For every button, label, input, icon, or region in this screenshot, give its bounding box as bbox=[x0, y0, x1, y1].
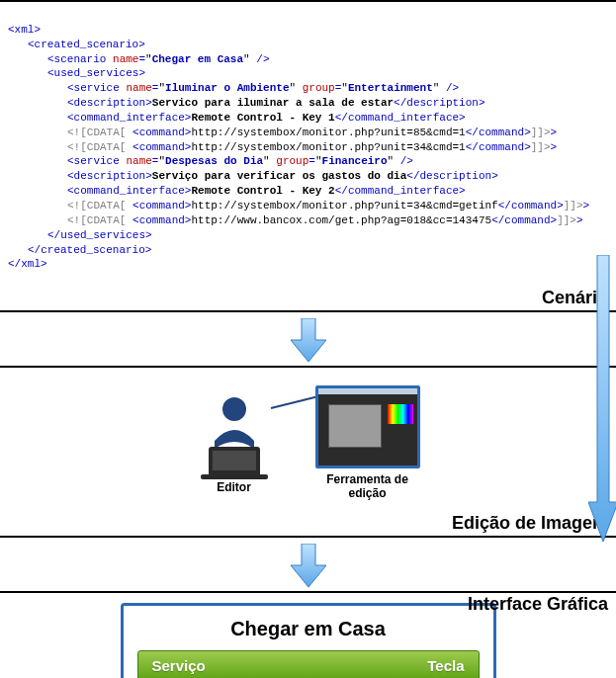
gui-title: Chegar em Casa bbox=[137, 618, 480, 640]
tool-figure: Ferramenta de edição bbox=[313, 385, 422, 500]
flow-arrow-cenario-to-interface bbox=[588, 255, 616, 542]
section-cenario: <xml> <created_scenario> <scenario name=… bbox=[0, 0, 616, 312]
xml-created-open: <created_scenario> bbox=[28, 39, 145, 50]
label-edicao: Edição de Imagem bbox=[452, 514, 608, 534]
diagram-wrapper: <xml> <created_scenario> <scenario name=… bbox=[0, 0, 616, 678]
svg-point-0 bbox=[222, 397, 246, 421]
gui-panel: Chegar em Casa Serviço Tecla Iluminar o … bbox=[121, 603, 496, 678]
flow-arrow-to-interface bbox=[291, 544, 326, 587]
gui-header: Serviço Tecla bbox=[137, 650, 480, 678]
label-interface: Interface Gráfica bbox=[468, 595, 608, 615]
editing-tool-icon bbox=[315, 385, 420, 468]
xml-code-block: <xml> <created_scenario> <scenario name=… bbox=[8, 8, 608, 287]
editor-figure: Editor bbox=[195, 391, 274, 494]
editor-label: Editor bbox=[217, 480, 251, 494]
section-edicao: Editor Ferramenta de edição Edição de Im… bbox=[0, 366, 616, 538]
gui-col-key: Tecla bbox=[427, 657, 464, 674]
flow-arrow-to-edicao bbox=[291, 318, 326, 362]
tool-label: Ferramenta de edição bbox=[313, 472, 422, 500]
section-interface: Interface Gráfica Chegar em Casa Serviço… bbox=[0, 591, 616, 678]
gui-col-service: Serviço bbox=[152, 657, 206, 674]
xml-root-close: </xml> bbox=[8, 258, 47, 270]
xml-root-open: <xml> bbox=[8, 24, 41, 36]
editor-icon bbox=[195, 391, 274, 480]
svg-rect-3 bbox=[201, 474, 268, 479]
xml-created-close: </created_scenario> bbox=[28, 244, 151, 256]
svg-rect-2 bbox=[213, 451, 256, 470]
